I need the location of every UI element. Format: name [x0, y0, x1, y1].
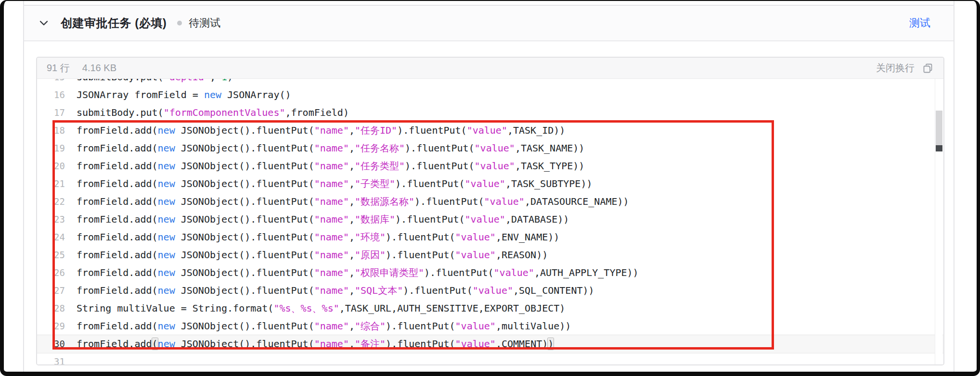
line-number: 17 [37, 104, 77, 122]
code-text: fromField.add(new JSONObject().fluentPut… [77, 264, 639, 282]
code-text: fromField.add(new JSONObject().fluentPut… [77, 139, 584, 157]
code-text: fromField.add(new JSONObject().fluentPut… [77, 335, 554, 353]
code-text: fromField.add(new JSONObject().fluentPut… [77, 246, 548, 264]
code-text: String multiValue = String.format("%s、%s… [77, 300, 565, 317]
code-text: fromField.add(new JSONObject().fluentPut… [77, 317, 571, 335]
code-text: fromField.add(new JSONObject().fluentPut… [77, 122, 565, 139]
section-header: 创建审批任务 (必填) 待测试 测试 [24, 5, 954, 41]
editor-toolbar: 91 行 4.16 KB 关闭换行 [37, 58, 943, 79]
scrollbar-position-marker [936, 145, 942, 151]
code-line[interactable]: 22fromField.add(new JSONObject().fluentP… [37, 193, 943, 211]
code-line[interactable]: 15submitBody.put("deptId",-1) [37, 79, 943, 86]
code-line[interactable]: 23fromField.add(new JSONObject().fluentP… [37, 211, 943, 228]
line-number: 29 [37, 317, 77, 335]
line-number: 16 [37, 86, 77, 104]
line-number: 21 [37, 175, 77, 193]
status-text: 待测试 [189, 16, 220, 30]
code-text: fromField.add(new JSONObject().fluentPut… [77, 282, 594, 300]
line-number: 31 [37, 353, 77, 364]
line-number: 27 [37, 282, 77, 300]
code-line[interactable]: 18fromField.add(new JSONObject().fluentP… [37, 122, 943, 139]
code-text: JSONArray fromField = new JSONArray() [77, 86, 291, 104]
test-button[interactable]: 测试 [909, 16, 930, 30]
chevron-down-icon[interactable] [38, 17, 50, 29]
line-number: 23 [37, 211, 77, 228]
code-text: fromField.add(new JSONObject().fluentPut… [77, 211, 569, 228]
code-line[interactable]: 27fromField.add(new JSONObject().fluentP… [37, 282, 943, 300]
wrap-toggle-button[interactable]: 关闭换行 [876, 62, 915, 75]
code-lines: 15submitBody.put("deptId",-1)16JSONArray… [37, 79, 943, 364]
scrollbar-thumb[interactable] [936, 111, 942, 146]
code-text: fromField.add(new JSONObject().fluentPut… [77, 228, 559, 246]
panel-right-border [954, 1, 954, 372]
code-line[interactable]: 25fromField.add(new JSONObject().fluentP… [37, 246, 943, 264]
line-number: 15 [37, 79, 77, 86]
code-line[interactable]: 16JSONArray fromField = new JSONArray() [37, 86, 943, 104]
code-area[interactable]: 15submitBody.put("deptId",-1)16JSONArray… [37, 79, 943, 364]
line-number: 26 [37, 264, 77, 282]
code-line[interactable]: 19fromField.add(new JSONObject().fluentP… [37, 139, 943, 157]
code-line[interactable]: 26fromField.add(new JSONObject().fluentP… [37, 264, 943, 282]
code-line[interactable]: 30fromField.add(new JSONObject().fluentP… [37, 335, 943, 353]
code-line[interactable]: 28String multiValue = String.format("%s、… [37, 300, 943, 317]
screenshot-stage: 创建审批任务 (必填) 待测试 测试 91 行 4.16 KB 关闭换行 [0, 0, 980, 376]
line-count-label: 91 行 [47, 62, 70, 75]
panel-left-border [23, 1, 24, 372]
line-number: 28 [37, 300, 77, 317]
code-line[interactable]: 29fromField.add(new JSONObject().fluentP… [37, 317, 943, 335]
code-text: submitBody.put("deptId",-1) [77, 79, 233, 86]
section-title: 创建审批任务 (必填) [61, 15, 167, 31]
code-line[interactable]: 20fromField.add(new JSONObject().fluentP… [37, 157, 943, 175]
line-number: 30 [37, 335, 77, 353]
line-number: 24 [37, 228, 77, 246]
line-number: 20 [37, 157, 77, 175]
scrollbar-track[interactable] [935, 79, 942, 364]
line-number: 18 [37, 122, 77, 139]
code-line[interactable]: 24fromField.add(new JSONObject().fluentP… [37, 228, 943, 246]
line-number: 25 [37, 246, 77, 264]
code-line[interactable]: 31 [37, 353, 943, 364]
code-editor-card: 91 行 4.16 KB 关闭换行 15submitBody.put("dept… [36, 57, 944, 365]
line-number: 22 [37, 193, 77, 211]
status-dot-icon [177, 21, 182, 25]
file-size-label: 4.16 KB [82, 63, 116, 74]
code-text: fromField.add(new JSONObject().fluentPut… [77, 157, 584, 175]
line-number: 19 [37, 139, 77, 157]
code-text: fromField.add(new JSONObject().fluentPut… [77, 193, 629, 211]
code-line[interactable]: 17submitBody.put("formComponentValues",f… [37, 104, 943, 122]
code-text: submitBody.put("formComponentValues",fro… [77, 104, 349, 122]
code-text: fromField.add(new JSONObject().fluentPut… [77, 175, 593, 193]
code-line[interactable]: 21fromField.add(new JSONObject().fluentP… [37, 175, 943, 193]
copy-icon[interactable] [922, 63, 934, 74]
